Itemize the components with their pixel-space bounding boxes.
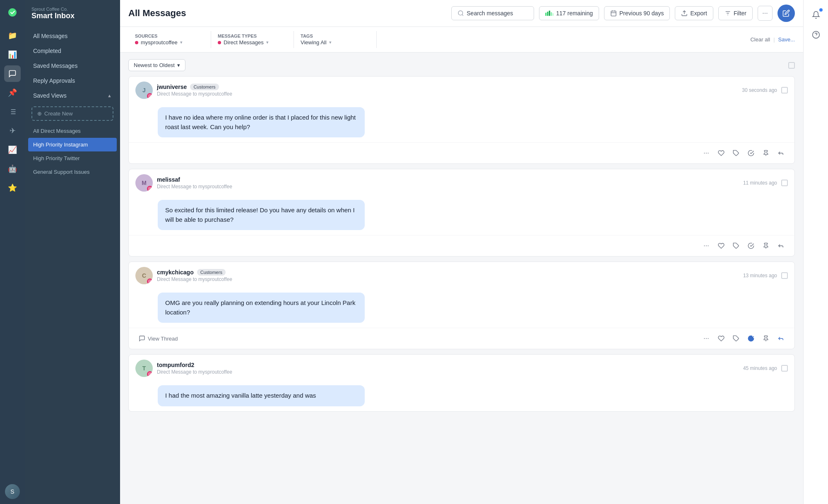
action-buttons: ··· — [699, 146, 788, 160]
message-header: C cmykchicago Customers Direct Message t… — [129, 262, 794, 289]
saved-views-header[interactable]: Saved Views ▲ — [25, 88, 120, 103]
message-card: C cmykchicago Customers Direct Message t… — [128, 262, 795, 349]
message-card: T tompumford2 Direct Message to mysprout… — [128, 354, 795, 412]
save-filter-button[interactable]: Save... — [778, 36, 795, 43]
message-checkbox[interactable] — [781, 180, 788, 186]
tags-filter[interactable]: Tags Viewing All ▾ — [294, 31, 377, 48]
more-options-button[interactable]: ··· — [758, 6, 773, 21]
message-bubble: OMG are you really planning on extending… — [158, 293, 365, 323]
message-bubble: I had the most amazing vanilla latte yes… — [158, 385, 365, 406]
complete-button[interactable] — [744, 146, 758, 160]
nav-icon-pin[interactable]: 📌 — [4, 84, 21, 101]
sidebar-item-saved-messages[interactable]: Saved Messages — [25, 58, 120, 73]
filter-button[interactable]: Filter — [718, 6, 753, 20]
instagram-platform-icon — [147, 93, 153, 99]
avatar: M — [135, 174, 153, 192]
user-avatar[interactable]: S — [5, 484, 20, 499]
message-header: J jwuniverse Customers Direct Message to… — [129, 77, 794, 104]
remaining-count: 117 remaining — [556, 10, 593, 17]
sidebar-sub-item-general-support[interactable]: General Support Issues — [25, 165, 120, 179]
sidebar-item-all-messages[interactable]: All Messages — [25, 29, 120, 43]
message-checkbox[interactable] — [781, 272, 788, 279]
message-bubble: So excited for this limited release! Do … — [158, 200, 365, 230]
more-action-button[interactable]: ··· — [699, 146, 713, 160]
tag-badge: Customers — [197, 269, 226, 276]
help-button[interactable] — [808, 26, 824, 43]
sources-filter[interactable]: Sources mysproutcoffee ▾ — [128, 31, 211, 48]
messages-area: Newest to Oldest ▾ J jwuniverse Customer… — [120, 53, 803, 504]
reply-button[interactable] — [774, 146, 788, 160]
nav-icon-folder[interactable]: 📁 — [4, 27, 21, 44]
tag-button[interactable] — [729, 239, 743, 253]
sidebar-label-completed: Completed — [33, 48, 61, 54]
sidebar-sub-item-high-priority-instagram[interactable]: High Priority Instagram — [28, 138, 117, 151]
message-sub: Direct Message to mysproutcoffee — [157, 184, 739, 190]
remaining-button[interactable]: 117 remaining — [539, 6, 599, 20]
like-button[interactable] — [714, 331, 728, 346]
avatar-placeholder: J — [142, 87, 146, 94]
reply-button-active[interactable] — [774, 331, 788, 346]
svg-rect-11 — [551, 12, 552, 16]
avatar-placeholder: T — [142, 365, 146, 372]
tag-button[interactable] — [729, 146, 743, 160]
svg-rect-13 — [611, 11, 616, 16]
avatar-placeholder: M — [142, 180, 147, 186]
nav-icon-analytics[interactable]: 📊 — [4, 46, 21, 63]
like-button[interactable] — [714, 239, 728, 253]
pin-button[interactable] — [759, 146, 773, 160]
search-button[interactable]: Search messages — [451, 6, 534, 20]
svg-rect-26 — [149, 187, 152, 190]
nav-icon-send[interactable]: ✈ — [4, 122, 21, 139]
sidebar-sub-item-high-priority-twitter[interactable]: High Priority Twitter — [25, 151, 120, 165]
username-text: tompumford2 — [157, 362, 194, 368]
message-time: 11 minutes ago — [743, 180, 777, 186]
clear-all-button[interactable]: Clear all — [750, 36, 770, 43]
select-all-checkbox[interactable] — [788, 62, 795, 69]
nav-icon-inbox[interactable] — [4, 65, 21, 82]
nav-icon-star[interactable]: ⭐ — [4, 180, 21, 196]
message-meta: jwuniverse Customers Direct Message to m… — [157, 84, 738, 97]
pin-button[interactable] — [759, 331, 773, 346]
compose-button[interactable] — [777, 5, 795, 22]
message-time: 45 minutes ago — [743, 365, 777, 371]
message-username: cmykchicago Customers — [157, 269, 739, 276]
app-logo[interactable] — [5, 5, 20, 20]
tag-button[interactable] — [729, 331, 743, 346]
nav-icon-tasks[interactable] — [4, 103, 21, 120]
message-actions: ··· — [129, 142, 794, 163]
nav-icon-bot[interactable]: 🤖 — [4, 161, 21, 177]
notification-button[interactable] — [808, 7, 824, 23]
pin-button[interactable] — [759, 239, 773, 253]
complete-button[interactable] — [744, 239, 758, 253]
sort-bar: Newest to Oldest ▾ — [128, 59, 795, 71]
message-checkbox[interactable] — [781, 365, 788, 372]
export-button[interactable]: Export — [675, 6, 713, 20]
sidebar-item-completed[interactable]: Completed — [25, 43, 120, 58]
message-types-filter[interactable]: Message Types Direct Messages ▾ — [211, 31, 294, 48]
message-types-value: Direct Messages ▾ — [218, 39, 287, 46]
view-thread-button[interactable]: View Thread — [135, 334, 181, 343]
like-button[interactable] — [714, 146, 728, 160]
reply-button[interactable] — [774, 239, 788, 253]
svg-rect-9 — [547, 12, 549, 16]
sidebar-sub-item-all-dm[interactable]: All Direct Messages — [25, 124, 120, 138]
app-name: Smart Inbox — [31, 12, 113, 20]
prev-days-button[interactable]: Previous 90 days — [604, 6, 670, 20]
message-type-dot-icon — [218, 41, 221, 44]
sort-dropdown[interactable]: Newest to Oldest ▾ — [128, 59, 185, 71]
svg-rect-31 — [149, 280, 152, 283]
create-new-button[interactable]: ⊕ Create New — [31, 106, 113, 121]
sort-label: Newest to Oldest — [134, 62, 175, 68]
sidebar-item-reply-approvals[interactable]: Reply Approvals — [25, 73, 120, 88]
nav-icon-reports[interactable]: 📈 — [4, 142, 21, 158]
message-checkbox[interactable] — [781, 87, 788, 94]
more-action-button[interactable]: ··· — [699, 331, 713, 346]
topbar: All Messages Search messages 117 remaini… — [120, 0, 803, 27]
complete-button-active[interactable] — [744, 331, 758, 346]
message-actions: ··· — [129, 235, 794, 256]
notification-badge — [819, 8, 823, 12]
sidebar-sub-label-all-dm: All Direct Messages — [33, 128, 81, 134]
message-header: T tompumford2 Direct Message to mysprout… — [129, 355, 794, 382]
message-bubble-wrap: I have no idea where my online order is … — [129, 104, 794, 142]
more-action-button[interactable]: ··· — [699, 239, 713, 253]
